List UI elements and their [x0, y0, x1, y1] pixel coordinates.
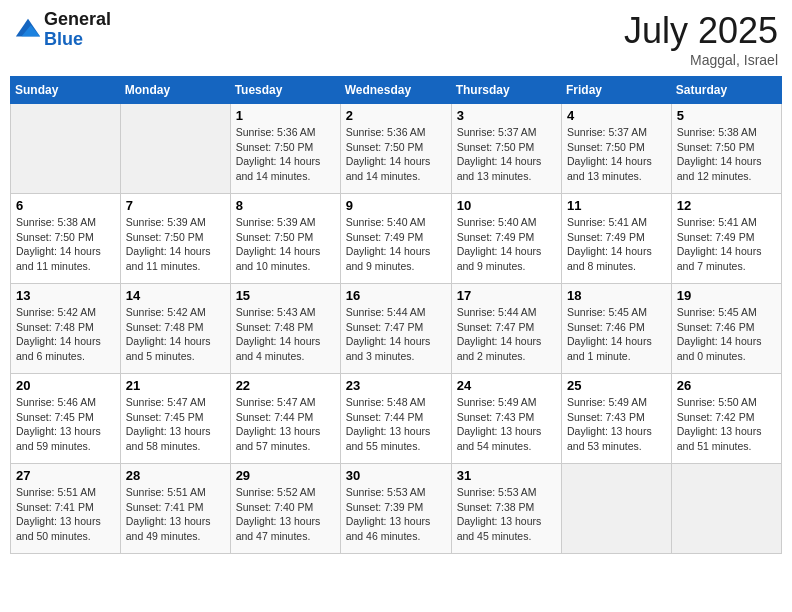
calendar-cell: 23Sunrise: 5:48 AM Sunset: 7:44 PM Dayli… [340, 374, 451, 464]
logo: GeneralBlue [14, 10, 111, 50]
day-number: 16 [346, 288, 446, 303]
day-number: 27 [16, 468, 115, 483]
calendar-cell: 5Sunrise: 5:38 AM Sunset: 7:50 PM Daylig… [671, 104, 781, 194]
day-number: 25 [567, 378, 666, 393]
calendar-cell: 8Sunrise: 5:39 AM Sunset: 7:50 PM Daylig… [230, 194, 340, 284]
day-number: 10 [457, 198, 556, 213]
calendar-cell: 22Sunrise: 5:47 AM Sunset: 7:44 PM Dayli… [230, 374, 340, 464]
calendar-cell: 29Sunrise: 5:52 AM Sunset: 7:40 PM Dayli… [230, 464, 340, 554]
calendar-cell: 6Sunrise: 5:38 AM Sunset: 7:50 PM Daylig… [11, 194, 121, 284]
weekday-header: Sunday [11, 77, 121, 104]
day-info: Sunrise: 5:47 AM Sunset: 7:45 PM Dayligh… [126, 395, 225, 454]
day-info: Sunrise: 5:47 AM Sunset: 7:44 PM Dayligh… [236, 395, 335, 454]
day-number: 24 [457, 378, 556, 393]
logo-text: GeneralBlue [44, 10, 111, 50]
calendar-cell: 19Sunrise: 5:45 AM Sunset: 7:46 PM Dayli… [671, 284, 781, 374]
day-info: Sunrise: 5:49 AM Sunset: 7:43 PM Dayligh… [457, 395, 556, 454]
calendar-cell [562, 464, 672, 554]
day-info: Sunrise: 5:45 AM Sunset: 7:46 PM Dayligh… [567, 305, 666, 364]
calendar-cell: 2Sunrise: 5:36 AM Sunset: 7:50 PM Daylig… [340, 104, 451, 194]
day-info: Sunrise: 5:42 AM Sunset: 7:48 PM Dayligh… [126, 305, 225, 364]
calendar-cell: 20Sunrise: 5:46 AM Sunset: 7:45 PM Dayli… [11, 374, 121, 464]
weekday-header: Thursday [451, 77, 561, 104]
calendar-cell: 14Sunrise: 5:42 AM Sunset: 7:48 PM Dayli… [120, 284, 230, 374]
day-number: 30 [346, 468, 446, 483]
day-info: Sunrise: 5:52 AM Sunset: 7:40 PM Dayligh… [236, 485, 335, 544]
day-info: Sunrise: 5:44 AM Sunset: 7:47 PM Dayligh… [346, 305, 446, 364]
calendar-cell: 31Sunrise: 5:53 AM Sunset: 7:38 PM Dayli… [451, 464, 561, 554]
calendar-cell: 30Sunrise: 5:53 AM Sunset: 7:39 PM Dayli… [340, 464, 451, 554]
logo-icon [14, 16, 42, 44]
day-info: Sunrise: 5:51 AM Sunset: 7:41 PM Dayligh… [16, 485, 115, 544]
day-info: Sunrise: 5:46 AM Sunset: 7:45 PM Dayligh… [16, 395, 115, 454]
calendar-cell: 18Sunrise: 5:45 AM Sunset: 7:46 PM Dayli… [562, 284, 672, 374]
calendar-week-row: 27Sunrise: 5:51 AM Sunset: 7:41 PM Dayli… [11, 464, 782, 554]
title-section: July 2025 Maggal, Israel [624, 10, 778, 68]
calendar-table: SundayMondayTuesdayWednesdayThursdayFrid… [10, 76, 782, 554]
day-number: 20 [16, 378, 115, 393]
day-info: Sunrise: 5:38 AM Sunset: 7:50 PM Dayligh… [677, 125, 776, 184]
day-info: Sunrise: 5:50 AM Sunset: 7:42 PM Dayligh… [677, 395, 776, 454]
day-number: 28 [126, 468, 225, 483]
weekday-header: Monday [120, 77, 230, 104]
day-number: 12 [677, 198, 776, 213]
day-number: 21 [126, 378, 225, 393]
calendar-cell: 13Sunrise: 5:42 AM Sunset: 7:48 PM Dayli… [11, 284, 121, 374]
day-info: Sunrise: 5:51 AM Sunset: 7:41 PM Dayligh… [126, 485, 225, 544]
day-info: Sunrise: 5:42 AM Sunset: 7:48 PM Dayligh… [16, 305, 115, 364]
day-number: 4 [567, 108, 666, 123]
calendar-cell: 4Sunrise: 5:37 AM Sunset: 7:50 PM Daylig… [562, 104, 672, 194]
day-number: 2 [346, 108, 446, 123]
calendar-cell: 28Sunrise: 5:51 AM Sunset: 7:41 PM Dayli… [120, 464, 230, 554]
day-number: 5 [677, 108, 776, 123]
calendar-week-row: 6Sunrise: 5:38 AM Sunset: 7:50 PM Daylig… [11, 194, 782, 284]
day-info: Sunrise: 5:41 AM Sunset: 7:49 PM Dayligh… [567, 215, 666, 274]
calendar-cell: 1Sunrise: 5:36 AM Sunset: 7:50 PM Daylig… [230, 104, 340, 194]
day-info: Sunrise: 5:49 AM Sunset: 7:43 PM Dayligh… [567, 395, 666, 454]
calendar-cell: 12Sunrise: 5:41 AM Sunset: 7:49 PM Dayli… [671, 194, 781, 284]
day-number: 7 [126, 198, 225, 213]
calendar-week-row: 20Sunrise: 5:46 AM Sunset: 7:45 PM Dayli… [11, 374, 782, 464]
calendar-cell: 17Sunrise: 5:44 AM Sunset: 7:47 PM Dayli… [451, 284, 561, 374]
day-info: Sunrise: 5:36 AM Sunset: 7:50 PM Dayligh… [236, 125, 335, 184]
day-info: Sunrise: 5:39 AM Sunset: 7:50 PM Dayligh… [126, 215, 225, 274]
day-number: 11 [567, 198, 666, 213]
calendar-cell [671, 464, 781, 554]
month-title: July 2025 [624, 10, 778, 52]
day-number: 13 [16, 288, 115, 303]
calendar-cell: 9Sunrise: 5:40 AM Sunset: 7:49 PM Daylig… [340, 194, 451, 284]
day-info: Sunrise: 5:38 AM Sunset: 7:50 PM Dayligh… [16, 215, 115, 274]
day-number: 17 [457, 288, 556, 303]
day-info: Sunrise: 5:40 AM Sunset: 7:49 PM Dayligh… [457, 215, 556, 274]
weekday-header-row: SundayMondayTuesdayWednesdayThursdayFrid… [11, 77, 782, 104]
day-number: 15 [236, 288, 335, 303]
location: Maggal, Israel [624, 52, 778, 68]
day-number: 1 [236, 108, 335, 123]
calendar-cell [120, 104, 230, 194]
day-number: 31 [457, 468, 556, 483]
day-number: 8 [236, 198, 335, 213]
weekday-header: Tuesday [230, 77, 340, 104]
day-number: 3 [457, 108, 556, 123]
day-info: Sunrise: 5:37 AM Sunset: 7:50 PM Dayligh… [567, 125, 666, 184]
page-header: GeneralBlue July 2025 Maggal, Israel [10, 10, 782, 68]
calendar-cell [11, 104, 121, 194]
weekday-header: Wednesday [340, 77, 451, 104]
calendar-cell: 24Sunrise: 5:49 AM Sunset: 7:43 PM Dayli… [451, 374, 561, 464]
calendar-cell: 10Sunrise: 5:40 AM Sunset: 7:49 PM Dayli… [451, 194, 561, 284]
day-info: Sunrise: 5:53 AM Sunset: 7:39 PM Dayligh… [346, 485, 446, 544]
calendar-cell: 11Sunrise: 5:41 AM Sunset: 7:49 PM Dayli… [562, 194, 672, 284]
day-info: Sunrise: 5:37 AM Sunset: 7:50 PM Dayligh… [457, 125, 556, 184]
calendar-week-row: 1Sunrise: 5:36 AM Sunset: 7:50 PM Daylig… [11, 104, 782, 194]
day-number: 19 [677, 288, 776, 303]
day-number: 29 [236, 468, 335, 483]
day-number: 9 [346, 198, 446, 213]
calendar-cell: 25Sunrise: 5:49 AM Sunset: 7:43 PM Dayli… [562, 374, 672, 464]
calendar-cell: 27Sunrise: 5:51 AM Sunset: 7:41 PM Dayli… [11, 464, 121, 554]
day-info: Sunrise: 5:48 AM Sunset: 7:44 PM Dayligh… [346, 395, 446, 454]
day-info: Sunrise: 5:36 AM Sunset: 7:50 PM Dayligh… [346, 125, 446, 184]
weekday-header: Friday [562, 77, 672, 104]
weekday-header: Saturday [671, 77, 781, 104]
day-number: 14 [126, 288, 225, 303]
day-info: Sunrise: 5:39 AM Sunset: 7:50 PM Dayligh… [236, 215, 335, 274]
